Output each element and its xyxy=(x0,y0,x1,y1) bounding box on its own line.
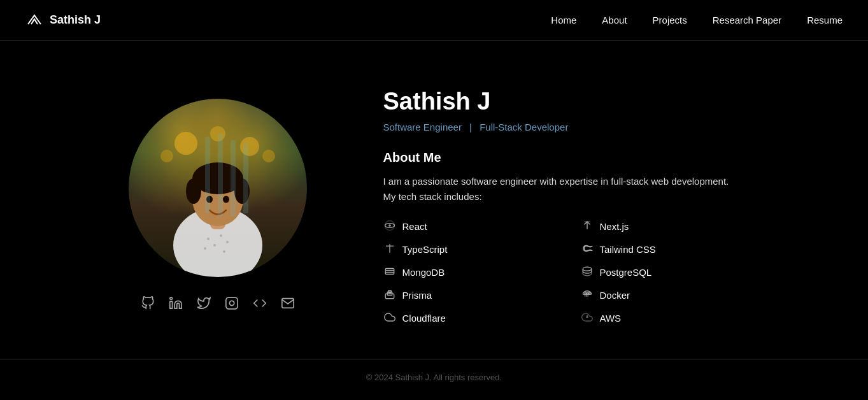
codechef-icon[interactable] xyxy=(253,296,267,314)
cloudflare-icon xyxy=(383,311,396,325)
tech-postgresql: PostgreSQL xyxy=(581,266,740,280)
typescript-label: TypeScript xyxy=(402,244,448,255)
typescript-icon xyxy=(383,243,396,257)
avatar xyxy=(129,99,307,277)
docker-label: Docker xyxy=(600,290,630,301)
social-icons xyxy=(141,296,295,314)
mongodb-label: MongoDB xyxy=(402,267,445,278)
role2: Full-Stack Developer xyxy=(480,122,568,132)
role-separator: | xyxy=(469,122,472,132)
react-icon xyxy=(383,220,396,234)
tech-mongodb: MongoDB xyxy=(383,266,543,280)
svg-rect-43 xyxy=(587,294,588,296)
mongodb-icon xyxy=(383,266,396,280)
role1: Software Engineer xyxy=(383,122,462,132)
tailwind-icon xyxy=(581,243,594,257)
about-description: I am a passionate software engineer with… xyxy=(383,174,740,204)
about-me-title: About Me xyxy=(383,150,740,165)
navbar: Sathish J Home About Projects Research P… xyxy=(0,0,868,41)
react-label: React xyxy=(402,221,427,232)
tech-react: React xyxy=(383,220,543,234)
nav-links: Home About Projects Research Paper Resum… xyxy=(551,15,843,26)
logo-icon xyxy=(25,11,43,29)
footer-text: © 2024 Sathish J. All rights reserved. xyxy=(366,373,502,382)
main-content: Sathish J Software Engineer | Full-Stack… xyxy=(0,41,868,359)
svg-rect-25 xyxy=(225,297,237,309)
left-column xyxy=(129,99,307,314)
svg-point-11 xyxy=(234,178,250,204)
logo[interactable]: Sathish J xyxy=(25,11,101,29)
svg-rect-32 xyxy=(385,268,394,274)
email-icon[interactable] xyxy=(281,296,295,314)
footer: © 2024 Sathish J. All rights reserved. xyxy=(0,359,868,395)
hero-subtitle: Software Engineer | Full-Stack Developer xyxy=(383,122,740,132)
nav-about[interactable]: About xyxy=(602,15,627,25)
svg-point-1 xyxy=(207,238,210,240)
instagram-icon[interactable] xyxy=(225,296,239,314)
nav-home[interactable]: Home xyxy=(551,15,576,25)
tech-docker: Docker xyxy=(581,289,740,303)
aws-icon xyxy=(581,311,594,325)
postgresql-icon xyxy=(581,266,594,280)
twitter-icon[interactable] xyxy=(197,296,211,314)
svg-point-10 xyxy=(186,178,201,204)
svg-point-13 xyxy=(223,196,229,203)
right-column: Sathish J Software Engineer | Full-Stack… xyxy=(383,88,740,325)
nav-research-paper[interactable]: Research Paper xyxy=(713,15,781,25)
prisma-icon xyxy=(383,289,396,303)
github-icon[interactable] xyxy=(141,296,155,314)
svg-point-3 xyxy=(220,234,222,237)
svg-point-27 xyxy=(385,223,394,227)
svg-rect-41 xyxy=(588,292,590,294)
avatar-person-svg xyxy=(154,118,281,277)
svg-point-35 xyxy=(583,267,592,271)
svg-rect-36 xyxy=(385,294,394,299)
tech-prisma: Prisma xyxy=(383,289,543,303)
tailwind-label: Tailwind CSS xyxy=(600,244,656,255)
nextjs-icon xyxy=(581,220,594,234)
tech-aws: AWS xyxy=(581,311,740,325)
nextjs-label: Next.js xyxy=(600,221,629,232)
svg-point-4 xyxy=(226,241,229,243)
tech-tailwind: Tailwind CSS xyxy=(581,243,740,257)
svg-rect-39 xyxy=(585,292,586,294)
svg-point-24 xyxy=(169,297,172,300)
svg-point-6 xyxy=(223,250,225,253)
svg-point-2 xyxy=(213,244,216,246)
cloudflare-label: Cloudflare xyxy=(402,313,446,324)
postgresql-label: PostgreSQL xyxy=(600,267,652,278)
svg-rect-23 xyxy=(169,301,172,308)
tech-grid: React Next.js TypeScript T xyxy=(383,220,740,325)
logo-text: Sathish J xyxy=(50,13,101,27)
docker-icon xyxy=(581,289,594,303)
hero-name: Sathish J xyxy=(383,88,740,115)
prisma-label: Prisma xyxy=(402,290,432,301)
svg-rect-40 xyxy=(587,292,588,294)
linkedin-icon[interactable] xyxy=(169,296,183,314)
svg-rect-42 xyxy=(585,294,586,296)
svg-point-5 xyxy=(204,247,206,250)
aws-label: AWS xyxy=(600,313,622,324)
tech-typescript: TypeScript xyxy=(383,243,543,257)
nav-projects[interactable]: Projects xyxy=(653,15,687,25)
tech-nextjs: Next.js xyxy=(581,220,740,234)
nav-resume[interactable]: Resume xyxy=(807,15,843,25)
tech-cloudflare: Cloudflare xyxy=(383,311,543,325)
svg-point-12 xyxy=(206,196,213,203)
